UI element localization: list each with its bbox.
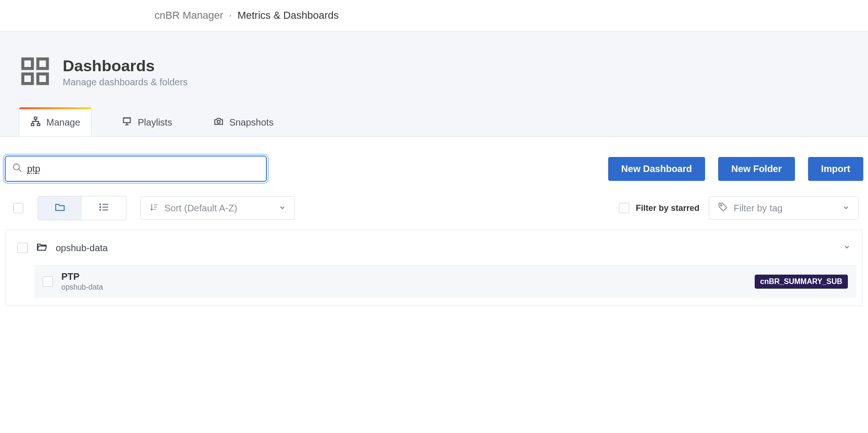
folder-open-icon (36, 241, 47, 254)
item-tag-badge[interactable]: cnBR_SUMMARY_SUB (755, 275, 848, 289)
view-toggle (37, 196, 126, 220)
svg-rect-5 (31, 124, 34, 126)
filter-tag-select[interactable]: Filter by tag (709, 196, 859, 220)
filter-starred-checkbox[interactable] (619, 203, 629, 213)
tab-manage[interactable]: Manage (19, 108, 92, 136)
folder-icon (54, 202, 66, 215)
tab-playlists[interactable]: Playlists (110, 108, 183, 136)
presentation-icon (122, 116, 132, 129)
svg-rect-2 (23, 74, 32, 83)
folder-name: opshub-data (56, 243, 835, 254)
import-button[interactable]: Import (808, 157, 863, 181)
svg-rect-6 (37, 124, 40, 126)
tab-playlists-label: Playlists (138, 117, 172, 128)
svg-rect-3 (38, 74, 47, 83)
search-input[interactable] (27, 164, 259, 174)
item-checkbox[interactable] (43, 276, 53, 287)
sitemap-icon (30, 116, 41, 129)
folder-view-button[interactable] (38, 196, 82, 220)
new-dashboard-button[interactable]: New Dashboard (608, 157, 705, 181)
select-all-checkbox[interactable] (13, 203, 23, 213)
tabs: Manage Playlists Snapshots (19, 108, 849, 136)
chevron-down-icon (842, 203, 850, 214)
page-title: Dashboards (63, 57, 188, 75)
svg-point-10 (100, 204, 101, 205)
svg-rect-1 (38, 59, 47, 68)
chevron-down-icon (279, 203, 286, 214)
svg-rect-7 (124, 118, 131, 122)
camera-icon (213, 116, 224, 129)
folder-checkbox[interactable] (17, 243, 28, 253)
list-icon (98, 202, 110, 215)
tab-manage-label: Manage (46, 117, 80, 128)
svg-rect-4 (34, 117, 37, 119)
breadcrumb-section: Metrics & Dashboards (237, 9, 338, 21)
dashboard-item[interactable]: PTP opshub-data cnBR_SUMMARY_SUB (34, 265, 856, 298)
folder-row[interactable]: opshub-data (12, 238, 856, 258)
svg-point-9 (14, 164, 20, 170)
chevron-down-icon (843, 243, 851, 253)
svg-point-13 (721, 204, 722, 206)
page-subtitle: Manage dashboards & folders (63, 77, 188, 88)
sort-select[interactable]: Sort (Default A-Z) (140, 196, 295, 220)
svg-point-12 (100, 209, 101, 210)
results-panel: opshub-data PTP opshub-data cnBR_SUMMARY… (6, 230, 862, 306)
item-title: PTP (61, 271, 746, 282)
dashboards-icon (19, 55, 51, 90)
filter-starred[interactable]: Filter by starred (619, 203, 699, 213)
breadcrumb-separator: · (229, 9, 232, 21)
app-name: cnBR Manager (154, 9, 223, 21)
sort-icon (149, 202, 159, 214)
svg-rect-0 (23, 59, 32, 68)
search-field[interactable] (5, 156, 267, 182)
sort-label: Sort (Default A-Z) (164, 203, 237, 214)
list-view-button[interactable] (82, 196, 126, 220)
svg-point-11 (100, 207, 101, 208)
breadcrumb: cnBR Manager · Metrics & Dashboards (0, 0, 868, 31)
new-folder-button[interactable]: New Folder (718, 157, 795, 181)
item-folder: opshub-data (61, 283, 746, 291)
filter-starred-label: Filter by starred (636, 203, 699, 213)
tag-icon (718, 202, 728, 215)
svg-point-8 (217, 120, 220, 123)
filter-tag-placeholder: Filter by tag (734, 203, 782, 214)
search-icon (12, 163, 22, 175)
tab-snapshots[interactable]: Snapshots (202, 108, 285, 136)
tab-snapshots-label: Snapshots (229, 117, 274, 128)
